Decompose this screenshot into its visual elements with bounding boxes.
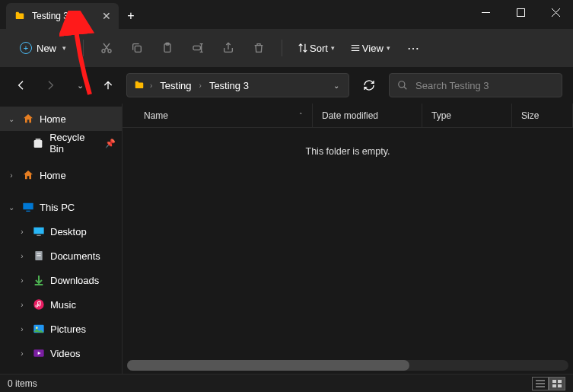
home-icon xyxy=(21,168,35,182)
svg-point-3 xyxy=(108,49,111,53)
sidebar-item-home-2[interactable]: › Home xyxy=(0,163,122,187)
sidebar-item-music[interactable]: › Music xyxy=(0,292,122,317)
sidebar-label: Downloads xyxy=(50,275,99,286)
tab-active[interactable]: Testing 3 ✕ xyxy=(6,3,119,29)
videos-icon xyxy=(32,346,46,360)
svg-rect-22 xyxy=(552,380,556,383)
svg-rect-23 xyxy=(558,380,562,383)
close-window-button[interactable] xyxy=(538,0,573,24)
svg-rect-25 xyxy=(558,384,562,387)
sort-button[interactable]: Sort ▾ xyxy=(291,38,341,59)
address-dropdown-icon[interactable]: ⌄ xyxy=(330,78,342,93)
cut-icon[interactable] xyxy=(93,34,120,62)
documents-icon xyxy=(32,249,46,263)
search-input[interactable] xyxy=(415,80,554,91)
svg-point-20 xyxy=(36,327,38,329)
more-button[interactable]: ⋯ xyxy=(400,34,427,62)
horizontal-scrollbar[interactable] xyxy=(127,360,568,371)
empty-folder-message: This folder is empty. xyxy=(123,146,573,157)
expand-icon[interactable]: › xyxy=(6,171,17,180)
collapse-icon[interactable]: ⌄ xyxy=(6,115,17,123)
pin-icon: 📌 xyxy=(105,139,116,148)
sidebar-item-desktop[interactable]: › Desktop xyxy=(0,219,122,244)
column-headers: Name ˄ Date modified Type Size xyxy=(123,104,573,128)
separator xyxy=(83,40,84,56)
column-name[interactable]: Name ˄ xyxy=(123,104,313,127)
content-pane: Name ˄ Date modified Type Size This fold… xyxy=(122,104,573,374)
rename-icon[interactable] xyxy=(184,34,212,62)
column-label: Date modified xyxy=(322,110,378,121)
maximize-button[interactable] xyxy=(503,0,538,24)
svg-rect-14 xyxy=(37,235,40,236)
chevron-down-icon: ▾ xyxy=(62,44,66,52)
music-icon xyxy=(32,298,46,311)
close-tab-icon[interactable]: ✕ xyxy=(102,10,111,22)
icons-view-toggle[interactable] xyxy=(549,377,565,390)
collapse-icon[interactable]: ⌄ xyxy=(6,203,17,212)
svg-rect-1 xyxy=(517,8,524,16)
sidebar-label: Music xyxy=(50,299,76,311)
svg-rect-10 xyxy=(36,139,41,140)
minimize-button[interactable] xyxy=(468,0,503,24)
sidebar-item-videos[interactable]: › Videos xyxy=(0,341,122,365)
new-button[interactable]: + New ▾ xyxy=(12,37,74,59)
paste-icon[interactable] xyxy=(154,34,181,62)
details-view-toggle[interactable] xyxy=(532,377,549,390)
tab-title: Testing 3 xyxy=(32,11,68,21)
breadcrumb-item[interactable]: Testing xyxy=(157,78,194,93)
pictures-icon xyxy=(32,322,46,336)
expand-icon[interactable]: › xyxy=(17,325,27,333)
sidebar-item-downloads[interactable]: › Downloads xyxy=(0,268,122,292)
sidebar-label: Pictures xyxy=(50,323,86,335)
toolbar: + New ▾ Sort ▾ View ▾ ⋯ xyxy=(0,29,573,67)
copy-icon[interactable] xyxy=(123,34,151,62)
back-button[interactable] xyxy=(11,75,32,96)
svg-rect-13 xyxy=(33,228,43,234)
sort-icon xyxy=(298,43,308,53)
forward-button[interactable] xyxy=(40,75,61,96)
sidebar: ⌄ Home · Recycle Bin 📌 › Home ⌄ This PC … xyxy=(0,104,122,374)
expand-icon[interactable]: › xyxy=(17,252,27,260)
expand-icon[interactable]: › xyxy=(17,276,27,285)
view-button[interactable]: View ▾ xyxy=(344,38,396,59)
recent-locations-button[interactable]: ⌄ xyxy=(68,75,90,96)
address-bar[interactable]: › Testing › Testing 3 ⌄ xyxy=(126,73,349,97)
share-icon[interactable] xyxy=(215,34,242,62)
home-icon xyxy=(21,112,35,126)
sidebar-item-recycle-bin[interactable]: · Recycle Bin 📌 xyxy=(0,131,122,155)
view-toggles xyxy=(532,377,565,390)
view-icon xyxy=(350,43,361,53)
column-label: Type xyxy=(431,110,451,121)
sort-indicator-icon: ˄ xyxy=(299,112,303,120)
sidebar-label: Videos xyxy=(50,348,81,359)
sidebar-item-this-pc[interactable]: ⌄ This PC xyxy=(0,195,122,219)
column-size[interactable]: Size xyxy=(512,104,573,127)
folder-icon xyxy=(133,80,145,91)
delete-icon[interactable] xyxy=(245,34,272,62)
svg-rect-16 xyxy=(37,253,40,254)
sidebar-label: Recycle Bin xyxy=(49,132,100,155)
column-type[interactable]: Type xyxy=(422,104,512,127)
expand-icon[interactable]: › xyxy=(17,228,27,236)
up-button[interactable] xyxy=(97,75,119,96)
column-date[interactable]: Date modified xyxy=(313,104,422,127)
expand-icon[interactable]: › xyxy=(17,349,27,358)
sidebar-item-pictures[interactable]: › Pictures xyxy=(0,317,122,341)
separator xyxy=(282,40,282,56)
search-box[interactable] xyxy=(389,73,562,97)
svg-rect-7 xyxy=(193,46,200,49)
scrollbar-thumb[interactable] xyxy=(127,360,409,371)
sidebar-item-home[interactable]: ⌄ Home xyxy=(0,107,122,131)
svg-rect-17 xyxy=(37,255,40,256)
expand-icon[interactable]: › xyxy=(17,301,27,309)
refresh-button[interactable] xyxy=(357,73,381,97)
svg-rect-24 xyxy=(552,384,556,387)
sidebar-item-documents[interactable]: › Documents xyxy=(0,244,122,268)
recycle-bin-icon xyxy=(32,136,46,150)
folder-icon xyxy=(14,11,26,21)
breadcrumb-item[interactable]: Testing 3 xyxy=(206,78,252,93)
nav-bar: ⌄ › Testing › Testing 3 ⌄ xyxy=(0,67,573,104)
sidebar-label: This PC xyxy=(40,202,75,213)
downloads-icon xyxy=(32,273,46,287)
new-tab-button[interactable]: + xyxy=(119,3,143,29)
